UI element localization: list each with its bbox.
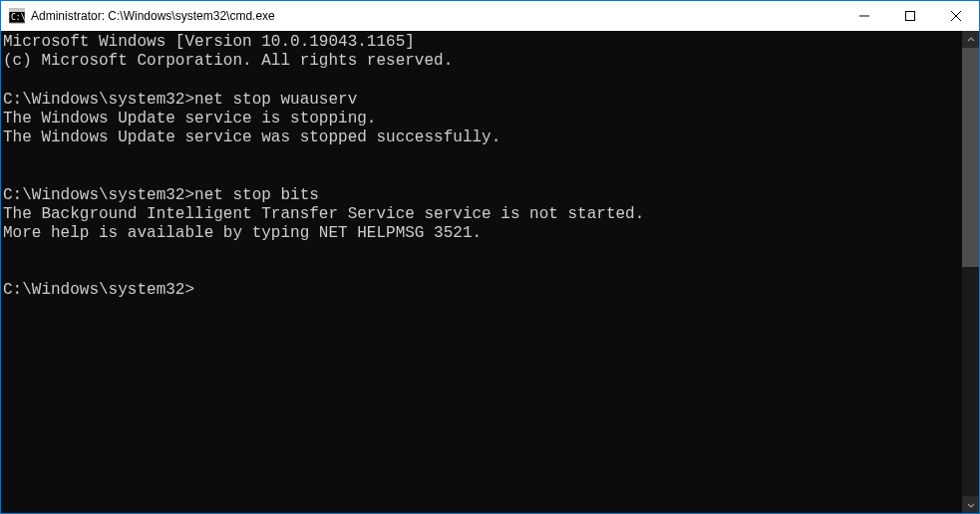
blank-line (3, 166, 962, 185)
prompt: C:\Windows\system32> (3, 91, 194, 109)
output-line: The Background Intelligent Transfer Serv… (3, 205, 962, 224)
titlebar[interactable]: C:\ Administrator: C:\Windows\system32\c… (1, 1, 979, 31)
output-line: More help is available by typing NET HEL… (3, 224, 962, 243)
scroll-up-button[interactable] (962, 31, 979, 48)
blank-line (3, 147, 962, 166)
cmd-icon: C:\ (9, 8, 25, 24)
blank-line (3, 71, 962, 90)
window-controls (841, 1, 979, 31)
cmd-window: C:\ Administrator: C:\Windows\system32\c… (1, 1, 979, 513)
close-button[interactable] (933, 1, 979, 31)
current-prompt-line: C:\Windows\system32> (3, 281, 962, 300)
chevron-down-icon (967, 501, 975, 509)
output-line: The Windows Update service was stopped s… (3, 128, 962, 147)
command-line: C:\Windows\system32>net stop bits (3, 186, 962, 205)
blank-line (3, 262, 962, 281)
minimize-icon (859, 11, 869, 21)
maximize-button[interactable] (887, 1, 933, 31)
chevron-up-icon (967, 36, 975, 44)
vertical-scrollbar[interactable] (962, 31, 979, 513)
command: net stop bits (194, 186, 319, 204)
maximize-icon (905, 11, 915, 21)
blank-line (3, 243, 962, 262)
terminal-output[interactable]: Microsoft Windows [Version 10.0.19043.11… (1, 31, 962, 513)
terminal-area: Microsoft Windows [Version 10.0.19043.11… (1, 31, 979, 513)
prompt: C:\Windows\system32> (3, 281, 194, 299)
svg-text:C:\: C:\ (11, 13, 25, 22)
svg-rect-1 (9, 9, 25, 12)
header-line: Microsoft Windows [Version 10.0.19043.11… (3, 33, 962, 52)
prompt: C:\Windows\system32> (3, 186, 194, 204)
output-line: The Windows Update service is stopping. (3, 110, 962, 128)
minimize-button[interactable] (841, 1, 887, 31)
svg-rect-4 (906, 12, 915, 21)
command-line: C:\Windows\system32>net stop wuauserv (3, 91, 962, 110)
close-icon (951, 11, 961, 21)
window-title: Administrator: C:\Windows\system32\cmd.e… (31, 9, 841, 23)
scroll-thumb[interactable] (962, 48, 979, 267)
header-line: (c) Microsoft Corporation. All rights re… (3, 52, 962, 71)
command: net stop wuauserv (194, 91, 357, 109)
scroll-down-button[interactable] (962, 496, 979, 513)
